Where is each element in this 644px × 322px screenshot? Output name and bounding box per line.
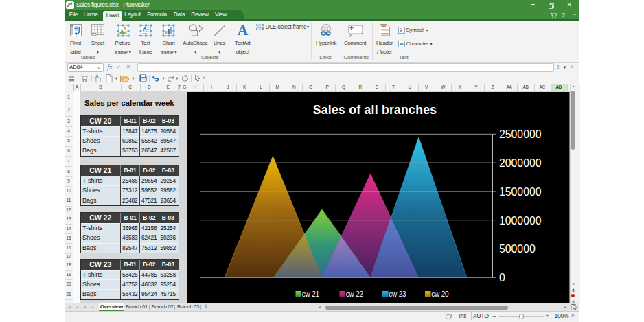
svg-text:1500000: 1500000 <box>499 186 542 198</box>
svg-text:cw 20: cw 20 <box>431 290 449 298</box>
svg-text:cw 22: cw 22 <box>346 290 364 298</box>
svg-text:cw 21: cw 21 <box>302 290 320 298</box>
svg-text:λ: λ <box>399 27 402 34</box>
svg-text:500000: 500000 <box>499 243 536 255</box>
svg-text:2000000: 2000000 <box>499 157 542 169</box>
svg-text:1000000: 1000000 <box>499 215 542 227</box>
svg-text:cw 23: cw 23 <box>389 290 406 298</box>
svg-text:A: A <box>143 26 147 32</box>
svg-text:Sales of all branches: Sales of all branches <box>313 103 437 117</box>
svg-text:OLE: OLE <box>257 25 264 28</box>
svg-text:2500000: 2500000 <box>499 128 542 140</box>
svg-text:0: 0 <box>499 272 505 284</box>
